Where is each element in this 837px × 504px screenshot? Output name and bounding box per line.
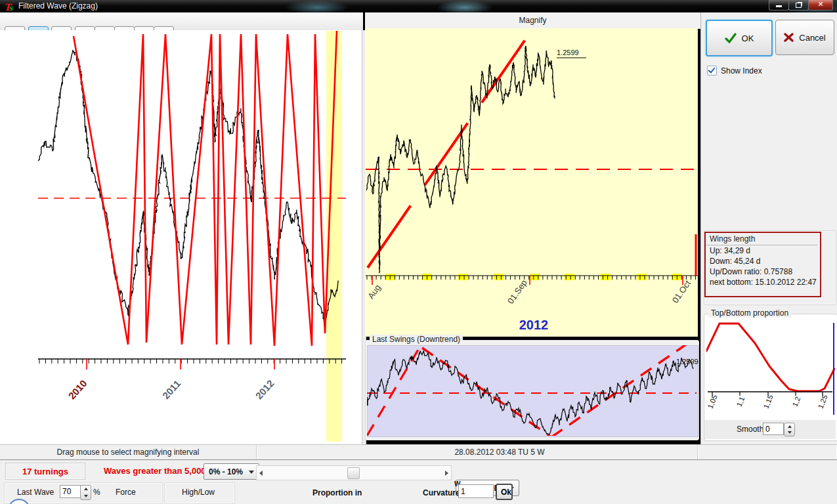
waves-greater-label: Waves greater than 5,000% [104,466,213,476]
turnings-label: 17 turnings [22,467,68,476]
range-dropdown[interactable]: 0% - 10% [204,463,259,480]
last-swings-canvas [367,345,697,436]
status-hint: Drag mouse to select magnifying interval [0,445,257,459]
wings-up: Up: 34,29 d [706,245,820,256]
last-wave-label: Last Wave [17,488,54,497]
spin-down-icon [84,495,88,497]
title-bar: Ts Filtered Wave (Zigzag) ✕ [0,0,837,12]
cancel-x-icon [784,33,794,42]
ok-check-icon [725,33,737,43]
status-bar: Drag mouse to select magnifying interval… [0,444,837,460]
magnify-price-label: 1.2599 [557,49,579,56]
turnings-counter: 17 turnings [5,463,85,480]
smooth-input[interactable] [763,423,784,435]
wings-length-box: Wings length Up: 34,29 d Down: 45,24 d U… [704,232,821,297]
bottom-controls: 17 turnings Waves greater than 5,000% 0%… [0,459,837,504]
wings-length-title: Wings length [706,233,817,245]
swings-price-label: 1.2599 [676,358,698,366]
app-logo-icon: Ts [4,1,15,11]
ok-small-button[interactable]: Ok [496,484,513,500]
scroll-left-icon[interactable] [259,471,263,476]
show-index-label: Show Index [721,66,762,75]
curvature-input[interactable] [458,484,494,498]
curvature-label: Curvature [423,488,460,497]
minimize-icon [776,5,782,7]
proportion-title: Top/Bottom proportion [708,308,791,318]
scrollbar-thumb[interactable] [347,467,360,479]
restore-button[interactable] [788,0,809,10]
wings-next-bottom: next bottom: 15.10.2012 22:47 [706,277,820,287]
close-icon: ✕ [817,0,823,8]
spin-down-icon [788,431,792,434]
show-index-row[interactable]: Show Index [707,66,762,75]
scroll-right-icon[interactable] [445,471,448,476]
last-wave-spin-up[interactable] [81,486,91,493]
ok-label: OK [742,33,754,43]
magnify-header: Magnify [365,12,700,29]
magnify-year-label: 2012 [514,318,553,333]
show-index-checkbox[interactable] [707,66,717,75]
close-button[interactable]: ✕ [808,0,833,10]
last-wave-spinner[interactable] [80,485,91,500]
last-swings-title: Last Swings (Downtrend) [370,335,463,344]
status-empty [698,445,836,459]
highlow-label: High/Low [182,488,215,497]
cancel-label: Cancel [799,33,825,43]
ok-button[interactable]: OK [706,20,773,56]
last-wave-input[interactable] [60,485,81,498]
wings-ratio: Up/Down ratio: 0.75788 [706,266,820,277]
percent-label: % [93,488,100,497]
magnify-chart-canvas [366,28,698,337]
smooth-spinner[interactable] [784,423,795,436]
wave-scrollbar[interactable] [256,465,452,480]
cancel-button[interactable]: Cancel [775,20,834,55]
smooth-spin-up[interactable] [784,423,794,430]
range-value: 0% - 10% [209,467,243,476]
toolbar [0,12,363,31]
minimize-button[interactable] [769,0,789,10]
wings-down: Down: 45,24 d [706,256,820,266]
window-title: Filtered Wave (Zigzag) [18,1,98,10]
force-label: Force [116,488,136,497]
smooth-label: Smooth [737,425,763,434]
smooth-spin-down[interactable] [784,430,794,436]
proportion-in-label: Proportion in [312,488,362,497]
last-wave-spin-down[interactable] [81,493,91,500]
restore-icon [796,3,802,8]
status-datetime: 28.08.2012 03:48 TU 5 W [256,445,698,459]
spin-up-icon [84,488,88,490]
spin-up-icon [788,425,792,428]
